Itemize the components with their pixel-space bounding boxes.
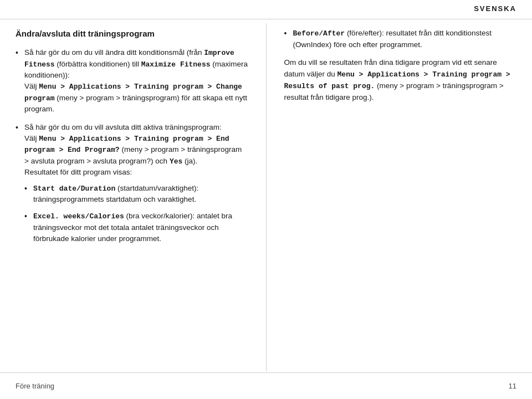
right-bullet-list: Before/After (före/efter): resultatet fr… (284, 28, 517, 50)
sub-item-start-date: Start date/Duration (startdatum/varaktig… (24, 183, 248, 206)
left-column: Ändra/avsluta ditt träningsprogram Så hä… (16, 23, 248, 371)
page-container: SVENSKA Ändra/avsluta ditt träningsprogr… (0, 0, 532, 399)
sub-bold-start: Start date/Duration (33, 185, 115, 193)
left-bullet-list: Så här gör du om du vill ändra ditt kond… (16, 47, 248, 244)
page-header: SVENSKA (474, 4, 516, 13)
right-column: Before/After (före/efter): resultatet fr… (284, 23, 517, 371)
language-label: SVENSKA (474, 4, 516, 13)
bullet1-post: (meny > program > träningsprogram) för a… (24, 94, 247, 114)
bullet1-intro: Så här gör du om du vill ändra ditt kond… (24, 48, 204, 57)
top-divider (0, 19, 532, 19)
page-footer: Före träning 11 (0, 372, 532, 399)
column-divider (266, 23, 267, 371)
list-item-bullet2: Så här gör du om du vill avsluta ditt ak… (16, 122, 248, 245)
right-bold-before-after: Before/After (293, 29, 345, 38)
list-item-bullet1: Så här gör du om du vill ändra ditt kond… (16, 47, 248, 115)
bullet2-yes: Yes (170, 157, 182, 166)
right-paragraph: Om du vill se resultaten från dina tidig… (284, 57, 517, 104)
page-number: 11 (509, 382, 516, 390)
sub-bullet-list: Start date/Duration (startdatum/varaktig… (24, 183, 248, 245)
sub-item-excel-weeks: Excel. weeks/Calories (bra veckor/kalori… (24, 211, 248, 244)
bullet1-bold2: Maximize Fitness (141, 60, 211, 69)
section-heading: Ändra/avsluta ditt träningsprogram (16, 28, 248, 39)
sub-bold-excel: Excel. weeks/Calories (33, 212, 124, 221)
content-area: Ändra/avsluta ditt träningsprogram Så hä… (16, 23, 516, 371)
bullet1-mid1: (förbättra konditionen) till (55, 60, 141, 68)
right-bullet1: Before/After (före/efter): resultatet fr… (284, 28, 517, 50)
footer-left-text: Före träning (16, 382, 54, 390)
